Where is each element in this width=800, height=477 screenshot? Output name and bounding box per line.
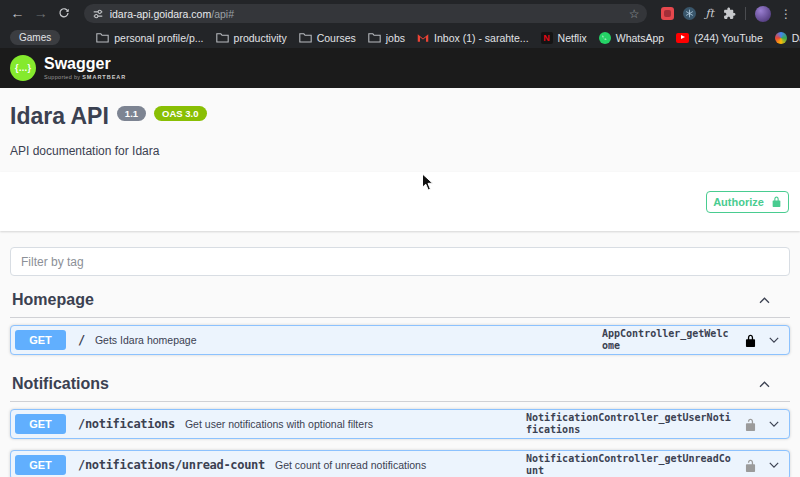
tag-header-homepage[interactable]: Homepage (10, 282, 790, 318)
version-badge: 1.1 (117, 106, 146, 121)
bookmark-item[interactable]: jobs (368, 32, 405, 44)
folder-icon (96, 32, 109, 43)
operation-path: / (78, 333, 85, 347)
bookmark-item[interactable]: productivity (216, 32, 287, 44)
oas-badge: OAS 3.0 (154, 106, 206, 121)
chevron-down-icon (767, 417, 781, 431)
bookmark-label: Data Structures &... (792, 32, 800, 44)
authorize-button[interactable]: Authorize (706, 191, 789, 213)
whatsapp-icon (599, 32, 611, 44)
collapse-section-button[interactable] (757, 377, 772, 392)
toolbar-separator (745, 7, 746, 20)
bookmark-label: (244) YouTube (694, 32, 763, 44)
api-info-section: Idara API 1.1 OAS 3.0 API documentation … (0, 88, 800, 172)
snowflake-extension-icon[interactable] (683, 7, 696, 20)
bookmark-item[interactable]: Inbox (1) - sarahte... (417, 32, 529, 44)
scheme-container: Authorize (0, 172, 800, 231)
bookmark-item[interactable]: N Netflix (541, 32, 587, 44)
colorful-favicon (775, 32, 787, 44)
collapse-section-button[interactable] (757, 293, 772, 308)
bookmark-item[interactable]: personal profile/p... (96, 32, 203, 44)
bookmark-games-chip[interactable]: Games (10, 30, 60, 45)
tag-section-notifications: Notifications GET /notifications Get use… (10, 366, 790, 477)
page-title: Idara API (10, 104, 109, 129)
bookmark-label: Inbox (1) - sarahte... (434, 32, 529, 44)
chevron-down-icon (767, 458, 781, 472)
auth-lock-button[interactable] (744, 459, 757, 472)
profile-avatar[interactable] (755, 6, 771, 22)
expand-operation-button[interactable] (767, 458, 781, 472)
bookmark-item[interactable]: Courses (299, 32, 356, 44)
swagger-logo-icon: {…} (10, 55, 36, 81)
operation-row-get-notifications[interactable]: GET /notifications Get user notification… (10, 409, 790, 439)
chevron-up-icon (757, 377, 772, 392)
bookmark-item[interactable]: WhatsApp (599, 32, 664, 44)
forward-button[interactable]: → (31, 0, 50, 27)
tag-header-notifications[interactable]: Notifications (10, 366, 790, 402)
operations-list: Homepage GET / Gets Idara homepage AppCo… (0, 282, 800, 477)
bookmark-label: Courses (317, 32, 356, 44)
bookmark-label: Netflix (558, 32, 587, 44)
auth-lock-button[interactable] (744, 334, 757, 347)
reload-button[interactable] (54, 0, 73, 28)
operation-row-get-root[interactable]: GET / Gets Idara homepage AppController_… (10, 325, 790, 355)
operation-id: AppController_getWelcome (602, 328, 732, 352)
bookmark-star-icon[interactable]: ☆ (629, 7, 640, 21)
bookmark-label: WhatsApp (616, 32, 664, 44)
browser-window: ← → idara-api.goidara.com/api# ☆ ƒt ⋮ Ga (0, 0, 800, 477)
netflix-icon: N (541, 32, 553, 44)
bookmark-label: productivity (234, 32, 287, 44)
bookmark-label: personal profile/p... (114, 32, 203, 44)
tag-section-homepage: Homepage GET / Gets Idara homepage AppCo… (10, 282, 790, 355)
method-badge: GET (15, 455, 66, 475)
lock-closed-icon (744, 334, 757, 347)
folder-icon (216, 32, 229, 43)
chevron-up-icon (757, 293, 772, 308)
back-icon: ← (11, 5, 25, 21)
method-badge: GET (15, 330, 66, 350)
chevron-down-icon (767, 333, 781, 347)
address-bar[interactable]: idara-api.goidara.com/api# ☆ (84, 4, 648, 23)
url-domain: idara-api.goidara.com (110, 8, 212, 20)
tag-title: Homepage (12, 291, 94, 309)
operation-summary: Get count of unread notifications (275, 459, 526, 471)
api-title-row: Idara API 1.1 OAS 3.0 (10, 104, 790, 129)
fx-extension-icon[interactable]: ƒt (705, 7, 714, 20)
swagger-topbar: {…} Swagger Supported by SMARTBEAR (0, 48, 800, 88)
reload-icon (58, 7, 70, 19)
swagger-brand: Swagger (44, 56, 126, 72)
back-button[interactable]: ← (8, 0, 27, 27)
authorize-label: Authorize (713, 196, 764, 208)
lock-icon (771, 196, 782, 207)
operation-summary: Gets Idara homepage (95, 334, 602, 346)
operation-summary: Get user notifications with optional fil… (185, 418, 526, 430)
filter-by-tag-input[interactable] (10, 247, 790, 276)
operation-id: NotificationController_getUnreadCount (526, 453, 732, 477)
bookmark-item[interactable]: (244) YouTube (676, 32, 763, 44)
extensions-puzzle-icon[interactable] (723, 7, 736, 20)
operation-path: /notifications (78, 417, 175, 431)
red-extension-icon[interactable] (661, 7, 674, 20)
tag-title: Notifications (12, 375, 109, 393)
tagline-prefix: Supported by (44, 74, 80, 80)
tagline-brand: SMARTBEAR (82, 74, 126, 80)
operation-row-get-unread-count[interactable]: GET /notifications/unread-count Get coun… (10, 450, 790, 477)
gmail-icon (417, 33, 429, 43)
auth-lock-button[interactable] (744, 418, 757, 431)
api-description: API documentation for Idara (10, 144, 790, 158)
bookmarks-bar: Games personal profile/p... productivity… (0, 27, 800, 48)
folder-icon (299, 32, 312, 43)
browser-toolbar: ← → idara-api.goidara.com/api# ☆ ƒt ⋮ (0, 0, 800, 27)
bookmark-label: jobs (386, 32, 405, 44)
bookmark-item[interactable]: Data Structures &... (775, 32, 800, 44)
filter-container (0, 231, 800, 282)
lock-open-icon (744, 459, 757, 472)
lock-open-icon (744, 418, 757, 431)
expand-operation-button[interactable] (767, 333, 781, 347)
youtube-icon (676, 33, 689, 43)
expand-operation-button[interactable] (767, 417, 781, 431)
url-path: /api# (211, 8, 234, 20)
snowflake-icon (685, 9, 694, 18)
browser-menu-icon[interactable]: ⋮ (780, 7, 792, 21)
site-settings-icon[interactable] (92, 8, 104, 20)
